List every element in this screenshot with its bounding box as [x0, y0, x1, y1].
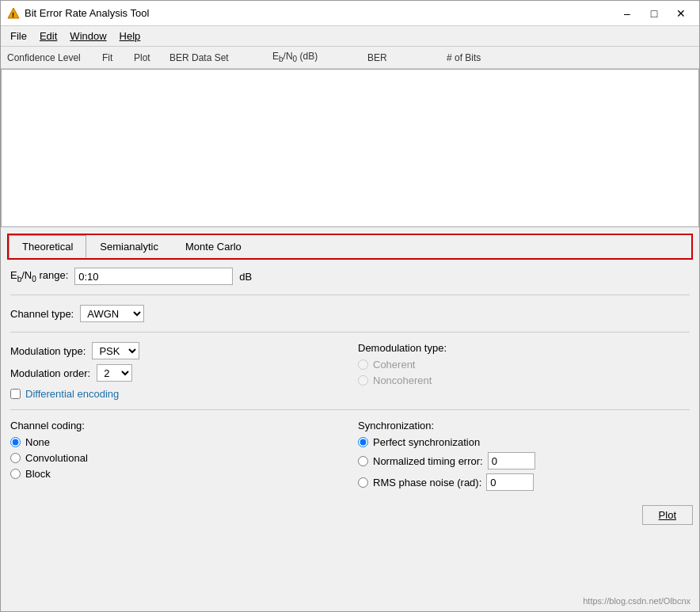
maximize-button[interactable]: □ — [642, 4, 666, 23]
sync-phase-label: RMS phase noise (rad): — [373, 477, 481, 488]
tab-semianalytic[interactable]: Semianalytic — [86, 235, 172, 258]
col-ebn0: Eb/N0 (dB) — [272, 51, 367, 63]
ebn0-row: Eb/N0 range: dB — [10, 268, 690, 285]
modulation-order-select[interactable]: 2 4 8 16 — [97, 364, 132, 382]
col-plot: Plot — [134, 52, 169, 63]
left-column: Modulation type: PSK QAM FSK MSK Modulat… — [10, 342, 342, 400]
menu-help[interactable]: Help — [113, 29, 147, 44]
window-title: Bit Error Rate Analysis Tool — [25, 7, 615, 19]
coding-none-radio[interactable] — [10, 437, 21, 447]
coding-block-row: Block — [10, 468, 342, 480]
ebn0-input[interactable] — [74, 268, 233, 285]
coding-convolutional-radio[interactable] — [10, 453, 21, 463]
col-confidence-level: Confidence Level — [7, 52, 102, 63]
coding-block-label: Block — [25, 468, 51, 480]
settings-panel: Eb/N0 range: dB Channel type: AWGN Rayle… — [1, 260, 699, 499]
sync-perfect-row: Perfect synchronization — [358, 436, 690, 448]
demod-noncoherent-row: Noncoherent — [358, 374, 690, 386]
col-bits: # of Bits — [447, 52, 510, 63]
coding-convolutional-label: Convolutional — [25, 452, 88, 464]
channel-coding-label: Channel coding: — [10, 420, 342, 431]
col-ber: BER — [367, 52, 447, 63]
minimize-button[interactable]: – — [615, 4, 639, 23]
coding-none-row: None — [10, 436, 342, 448]
app-icon: ! — [7, 7, 20, 20]
sync-phase-input[interactable] — [486, 473, 534, 491]
window-controls: – □ ✕ — [615, 4, 693, 23]
sync-timing-row: Normalized timing error: — [358, 452, 690, 469]
tab-panel: Theoretical Semianalytic Monte Carlo — [7, 234, 693, 260]
two-col-section: Modulation type: PSK QAM FSK MSK Modulat… — [10, 342, 690, 400]
close-button[interactable]: ✕ — [669, 4, 693, 23]
demod-noncoherent-radio[interactable] — [358, 375, 368, 386]
menu-bar: File Edit Window Help — [1, 26, 699, 47]
sync-perfect-label: Perfect synchronization — [373, 436, 480, 448]
modulation-type-row: Modulation type: PSK QAM FSK MSK — [10, 342, 342, 359]
plot-label: Plot — [659, 509, 676, 521]
sync-timing-label: Normalized timing error: — [373, 455, 483, 467]
col-fit: Fit — [102, 52, 134, 63]
channel-type-select[interactable]: AWGN Rayleigh Rician — [80, 305, 144, 322]
right-column: Demodulation type: Coherent Noncoherent — [358, 342, 690, 400]
differential-encoding-checkbox[interactable] — [10, 389, 21, 399]
sync-perfect-radio[interactable] — [358, 437, 368, 447]
coding-block-radio[interactable] — [10, 469, 21, 479]
sync-section-label: Synchronization: — [358, 420, 690, 431]
sync-phase-row: RMS phase noise (rad): — [358, 473, 690, 491]
coding-radio-group: None Convolutional Block — [10, 436, 342, 480]
sync-radio-group: Perfect synchronization Normalized timin… — [358, 436, 690, 491]
coding-convolutional-row: Convolutional — [10, 452, 342, 464]
ebn0-unit: dB — [239, 271, 252, 283]
demod-noncoherent-label: Noncoherent — [373, 374, 432, 386]
demod-coherent-row: Coherent — [358, 359, 690, 371]
demod-radio-group: Coherent Noncoherent — [358, 359, 690, 386]
ebn0-label: Eb/N0 range: — [10, 269, 68, 283]
modulation-type-label: Modulation type: — [10, 345, 86, 357]
demod-coherent-label: Coherent — [373, 359, 415, 371]
demod-coherent-radio[interactable] — [358, 359, 368, 370]
col-ber-dataset: BER Data Set — [169, 52, 272, 63]
plot-button[interactable]: Plot — [642, 505, 693, 525]
main-window: ! Bit Error Rate Analysis Tool – □ ✕ Fil… — [0, 0, 700, 612]
sync-timing-radio[interactable] — [358, 456, 368, 466]
sync-column: Synchronization: Perfect synchronization… — [358, 420, 690, 491]
coding-sync-section: Channel coding: None Convolutional Bl — [10, 420, 690, 491]
sync-phase-radio[interactable] — [358, 477, 368, 488]
menu-window[interactable]: Window — [63, 29, 112, 44]
title-bar: ! Bit Error Rate Analysis Tool – □ ✕ — [1, 1, 699, 26]
main-content: Theoretical Semianalytic Monte Carlo Eb/… — [1, 227, 699, 611]
plot-area: Plot — [1, 499, 699, 531]
tab-theoretical[interactable]: Theoretical — [9, 235, 86, 258]
sync-timing-input[interactable] — [488, 452, 535, 469]
channel-type-label: Channel type: — [10, 308, 74, 320]
tabs: Theoretical Semianalytic Monte Carlo — [9, 235, 691, 258]
differential-encoding-label: Differential encoding — [25, 388, 119, 400]
table-header: Confidence Level Fit Plot BER Data Set E… — [1, 47, 699, 69]
menu-file[interactable]: File — [4, 29, 33, 44]
tab-montecarlo[interactable]: Monte Carlo — [172, 235, 255, 258]
data-table — [1, 69, 699, 227]
coding-none-label: None — [25, 436, 50, 448]
modulation-order-label: Modulation order: — [10, 367, 90, 379]
differential-encoding-row: Differential encoding — [10, 388, 342, 400]
channel-type-row: Channel type: AWGN Rayleigh Rician — [10, 305, 690, 322]
demod-section-label: Demodulation type: — [358, 342, 690, 354]
modulation-type-select[interactable]: PSK QAM FSK MSK — [92, 342, 139, 359]
svg-text:!: ! — [12, 11, 14, 19]
coding-column: Channel coding: None Convolutional Bl — [10, 420, 342, 491]
modulation-order-row: Modulation order: 2 4 8 16 — [10, 364, 342, 382]
menu-edit[interactable]: Edit — [33, 29, 63, 44]
